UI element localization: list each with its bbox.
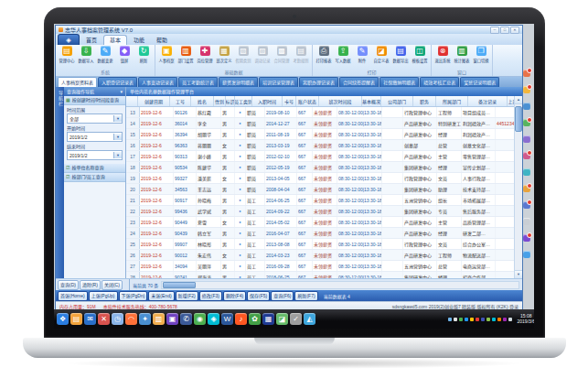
minimize-button[interactable]: ─	[490, 27, 499, 34]
hotkey-button-8[interactable]: 保存(F5)	[247, 291, 270, 301]
column-header-16[interactable]: 备注记录	[468, 96, 508, 106]
ribbon-tab-3[interactable]: 功能	[128, 36, 150, 45]
tray-icon-10[interactable]	[497, 318, 501, 321]
table-row[interactable]: 232019-12-690449夏雪女●员工2014-05-02667未领薪资0…	[126, 217, 514, 228]
sheets-app-icon[interactable]: ◪	[276, 313, 288, 325]
tray-icon-1[interactable]	[448, 318, 452, 321]
hotkey-button-2[interactable]: 上张(PgUp)	[89, 291, 118, 301]
folder-app-icon[interactable]: ▥	[153, 313, 165, 325]
media-app-icon[interactable]: ▣	[166, 313, 178, 325]
tray-icon-11[interactable]	[503, 318, 507, 321]
maximize-button[interactable]: □	[500, 27, 509, 34]
hotkey-button-1[interactable]: 首张(Home)	[58, 291, 88, 301]
office-word-icon[interactable]: W	[221, 313, 233, 325]
window-switch-button[interactable]: ❐窗口切换	[472, 46, 490, 69]
doc-tab-7[interactable]: 离职办理记录表	[299, 77, 338, 87]
query-section-time[interactable]: ▦ 按创建时间/时间段查询	[64, 96, 125, 105]
doc-tab-5[interactable]: 薪资发放明细表	[219, 77, 258, 87]
clock-app-icon[interactable]: ◷	[112, 313, 123, 325]
notes-app-icon[interactable]: ✦	[139, 313, 151, 325]
paint-app-icon[interactable]: ◭	[304, 313, 315, 325]
mail-app-icon[interactable]: ✉	[84, 313, 96, 325]
hotkey-button-10[interactable]: 刷新(F7)	[294, 291, 317, 301]
data-import-button[interactable]: ⇩数据导入	[77, 46, 95, 69]
table-row[interactable]: 162019-12-696363蒋丽丽女●职员2013-03-19667未领薪资…	[126, 140, 514, 151]
column-header-5[interactable]: 性别	[214, 96, 226, 106]
desktop-shortcut-5-icon[interactable]	[523, 135, 530, 143]
table-row[interactable]: 242019-12-690439韩立军男●员工2016-04-07667未领薪资…	[126, 228, 514, 239]
template-setup-button[interactable]: ◫模板设置	[411, 46, 429, 69]
desktop-shortcut-8-icon[interactable]	[523, 185, 530, 192]
archive-app-icon[interactable]: ▦	[262, 313, 274, 325]
desktop-shortcut-3-icon[interactable]	[523, 103, 530, 110]
column-header-3[interactable]: 工号	[170, 96, 191, 106]
app-menu-button[interactable]: ◈	[58, 34, 80, 45]
desktop-shortcut-2-icon[interactable]	[523, 86, 530, 93]
table-row[interactable]: 222019-12-699436武学斌男●员工2014-09-22667未领薪资…	[126, 206, 514, 217]
column-header-9[interactable]: 卡号	[283, 96, 296, 106]
collapse-arrow-icon[interactable]: ▾	[120, 87, 123, 96]
tray-icon-5[interactable]	[470, 318, 474, 321]
sidebar-vertical-strip[interactable]: 导航栏	[56, 87, 64, 278]
desktop-shortcut-7-icon[interactable]	[523, 168, 530, 176]
tools-app-icon[interactable]: ✓	[290, 313, 302, 325]
hotkey-button-6[interactable]: 修改(F3)	[199, 291, 222, 301]
doc-tab-2[interactable]: 入职登记记录表	[98, 77, 137, 87]
column-header-15[interactable]: 所属部门	[436, 96, 468, 106]
messenger-icon[interactable]: ◈	[208, 313, 219, 325]
hotkey-button-9[interactable]: 查询(F6)	[271, 291, 294, 301]
write-data-button[interactable]: ⇪写入数据	[334, 46, 352, 69]
doc-tab-3[interactable]: 人事变动记录表	[138, 77, 177, 87]
lock-screen-button[interactable]: ◆锁屏	[115, 46, 134, 69]
doc-tab-6[interactable]: 培训记录管理表	[259, 77, 298, 87]
data-edit-button[interactable]: ✎数据变更	[96, 46, 114, 69]
column-header-13[interactable]: 公司部门	[381, 96, 413, 106]
table-row[interactable]: 132019-12-690126蔡红霞男●职员2019-08-10667未领薪资…	[126, 107, 514, 118]
field-combobox[interactable]: 全部▼	[67, 113, 123, 124]
explorer-icon[interactable]: ▤	[70, 313, 82, 325]
ribbon-tab-1[interactable]: 首页	[80, 36, 102, 45]
tray-icon-6[interactable]	[476, 318, 479, 321]
table-row[interactable]: 262019-12-690012朱宏伟女●员工2014-03-23667未领薪资…	[126, 250, 514, 261]
sidebar-footer-button-1[interactable]: 查询(D)	[58, 280, 79, 290]
admin-center-button[interactable]: ▤管理中心	[58, 46, 76, 69]
start-orb-icon[interactable]: ❖	[57, 313, 69, 325]
ribbon-tab-4[interactable]: 帮助	[151, 36, 173, 45]
table-row[interactable]: 252019-12-699907林晓彤男●员工2013-08-08667未领薪资…	[126, 239, 514, 250]
doc-tab-4[interactable]: 员工考勤统计表	[178, 77, 218, 87]
chrome-icon[interactable]: ◉	[194, 313, 206, 325]
close-button[interactable]: ✕	[510, 27, 519, 34]
phone-app-icon[interactable]: ✆	[180, 313, 192, 325]
checkbox-icon[interactable]: ☑	[66, 173, 69, 181]
table-row[interactable]: 152019-12-636394胡丽华男●职员2011-08-19667未领薪资…	[126, 129, 514, 140]
taskbar-clock[interactable]: 15:08 2019/3/6	[518, 314, 534, 325]
desktop-shortcut-1-icon[interactable]	[523, 70, 530, 77]
desktop-shortcut-12-icon[interactable]	[523, 251, 530, 258]
column-header-11[interactable]: 班次时间段	[319, 96, 362, 106]
hotkey-button-4[interactable]: 末张(End)	[148, 291, 174, 301]
column-header-12[interactable]: 基本概况	[362, 96, 381, 106]
column-header-4[interactable]: 姓名	[191, 96, 214, 106]
table-row[interactable]: 272019-12-634094吴丽萍男●员工2016-09-28667未领薪资…	[126, 261, 514, 272]
field-combobox[interactable]: 2019/1/2▼	[67, 132, 123, 142]
column-header-6[interactable]: 标识	[226, 96, 235, 106]
chevron-down-icon[interactable]: ▼	[113, 115, 122, 122]
tray-icon-2[interactable]	[454, 318, 457, 321]
tray-icon-4[interactable]	[465, 318, 468, 321]
tray-icon-8[interactable]	[486, 318, 490, 321]
post-manage-button[interactable]: ✚岗位管理	[196, 46, 214, 69]
hotkey-button-7[interactable]: 删除(F4)	[223, 291, 246, 301]
column-header-17[interactable]: 上岗—	[508, 96, 514, 106]
hotkey-button-3[interactable]: 下张(PgDn)	[119, 291, 148, 301]
table-row[interactable]: 172019-12-690313谢小峰男●职员2012-02-10667未领薪资…	[126, 151, 514, 162]
desktop-shortcut-9-icon[interactable]	[523, 201, 530, 209]
firefox-icon[interactable]: ◠	[125, 313, 137, 325]
attachment-button[interactable]: ✎附件	[353, 46, 371, 69]
desktop-shortcut-6-icon[interactable]	[523, 152, 530, 159]
query-section-unit[interactable]: ☑ 按单位名称查询	[64, 164, 125, 173]
data-export-button[interactable]: ▤数据导出	[391, 46, 410, 69]
horizontal-scrollbar[interactable]	[161, 281, 519, 289]
hr-files-button[interactable]: ▣人事档案	[157, 46, 176, 69]
table-row[interactable]: 282019-12-690741郑海涛男●员工2018-06-25667未领薪资…	[126, 272, 514, 278]
stats-chart-button[interactable]: ▥统计图表	[453, 46, 471, 69]
